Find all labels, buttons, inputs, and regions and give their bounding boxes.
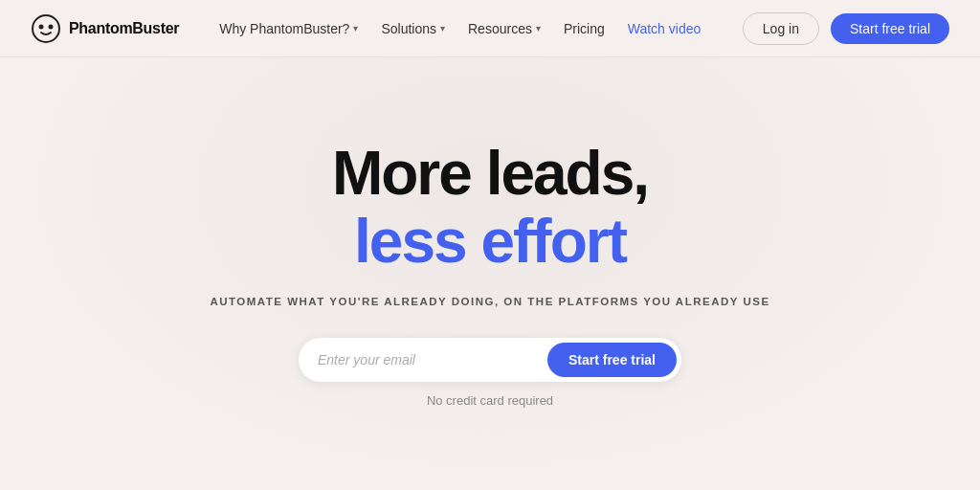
- nav-link-pricing[interactable]: Pricing: [554, 15, 614, 42]
- navbar: PhantomBuster Why PhantomBuster? ▾ Solut…: [0, 0, 980, 57]
- navbar-left: PhantomBuster Why PhantomBuster? ▾ Solut…: [31, 13, 710, 44]
- nav-link-resources[interactable]: Resources ▾: [458, 15, 550, 42]
- start-free-trial-hero-button[interactable]: Start free trial: [547, 343, 677, 377]
- svg-point-2: [49, 24, 54, 29]
- svg-point-0: [33, 15, 59, 42]
- start-free-trial-nav-button[interactable]: Start free trial: [831, 13, 949, 44]
- navbar-right: Log in Start free trial: [743, 12, 949, 45]
- nav-links: Why PhantomBuster? ▾ Solutions ▾ Resourc…: [210, 15, 710, 42]
- hero-title: More leads, less effort: [332, 140, 648, 275]
- chevron-down-icon: ▾: [353, 23, 358, 33]
- hero-title-line2: less effort: [332, 208, 648, 275]
- hero-title-line1: More leads,: [332, 140, 648, 207]
- hero-disclaimer: No credit card required: [427, 393, 553, 408]
- nav-link-watch-video[interactable]: Watch video: [618, 15, 711, 42]
- hero-form: Start free trial: [299, 338, 681, 382]
- nav-link-solutions[interactable]: Solutions ▾: [371, 15, 455, 42]
- hero-section: More leads, less effort Automate what yo…: [0, 57, 980, 490]
- brand-name: PhantomBuster: [69, 20, 179, 37]
- logo[interactable]: PhantomBuster: [31, 13, 179, 44]
- hero-subtitle: Automate what you're already doing, on t…: [210, 296, 769, 307]
- chevron-down-icon: ▾: [440, 23, 445, 33]
- email-input[interactable]: [318, 346, 547, 373]
- svg-point-1: [39, 24, 44, 29]
- login-button[interactable]: Log in: [743, 12, 819, 45]
- chevron-down-icon: ▾: [536, 23, 541, 33]
- logo-icon: [31, 13, 61, 44]
- nav-link-why-phantombuster[interactable]: Why PhantomBuster? ▾: [210, 15, 368, 42]
